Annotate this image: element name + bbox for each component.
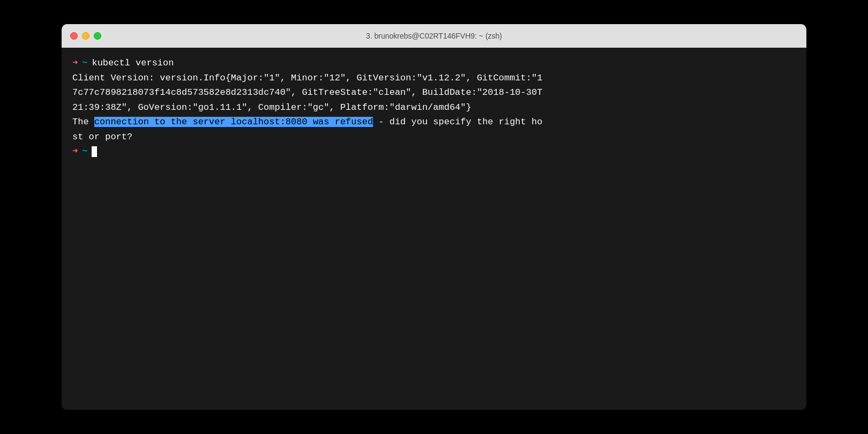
prompt-tilde: ~ (82, 56, 87, 70)
error-prefix: The (72, 117, 94, 127)
title-bar: 3. brunokrebs@C02RT146FVH9: ~ (zsh) (62, 24, 806, 48)
command-line: ➜ ~ kubectl version (72, 56, 796, 70)
terminal-body[interactable]: ➜ ~ kubectl version Client Version: vers… (62, 48, 806, 410)
minimize-button[interactable] (82, 32, 89, 40)
output-text-3: 21:39:38Z", GoVersion:"go1.11.1", Compil… (72, 101, 472, 115)
output-line-3: 21:39:38Z", GoVersion:"go1.11.1", Compil… (72, 101, 796, 115)
current-prompt-line: ➜ ~ (72, 145, 796, 159)
error-line-2: st or port? (72, 130, 796, 144)
error-line-1: The connection to the server localhost:8… (72, 115, 796, 129)
prompt-tilde-2: ~ (82, 145, 87, 159)
error-highlighted: connection to the server localhost:8080 … (94, 117, 373, 127)
traffic-lights (70, 32, 101, 40)
error-suffix: - did you specify the right ho (373, 117, 542, 127)
output-line-1: Client Version: version.Info{Major:"1", … (72, 71, 796, 85)
error-text: The connection to the server localhost:8… (72, 115, 542, 129)
terminal-cursor (92, 146, 97, 157)
prompt-arrow-icon: ➜ (72, 56, 78, 70)
maximize-button[interactable] (94, 32, 101, 40)
output-text-2: 7c77c7898218073f14c8d573582e8d2313dc740"… (72, 86, 542, 100)
prompt-arrow-2-icon: ➜ (72, 145, 78, 159)
window-title: 3. brunokrebs@C02RT146FVH9: ~ (zsh) (366, 32, 502, 40)
output-line-2: 7c77c7898218073f14c8d573582e8d2313dc740"… (72, 86, 796, 100)
terminal-window: 3. brunokrebs@C02RT146FVH9: ~ (zsh) ➜ ~ … (62, 24, 806, 410)
command-text: kubectl version (92, 56, 174, 70)
close-button[interactable] (70, 32, 78, 40)
error-text-2: st or port? (72, 130, 132, 144)
output-text-1: Client Version: version.Info{Major:"1", … (72, 71, 542, 85)
